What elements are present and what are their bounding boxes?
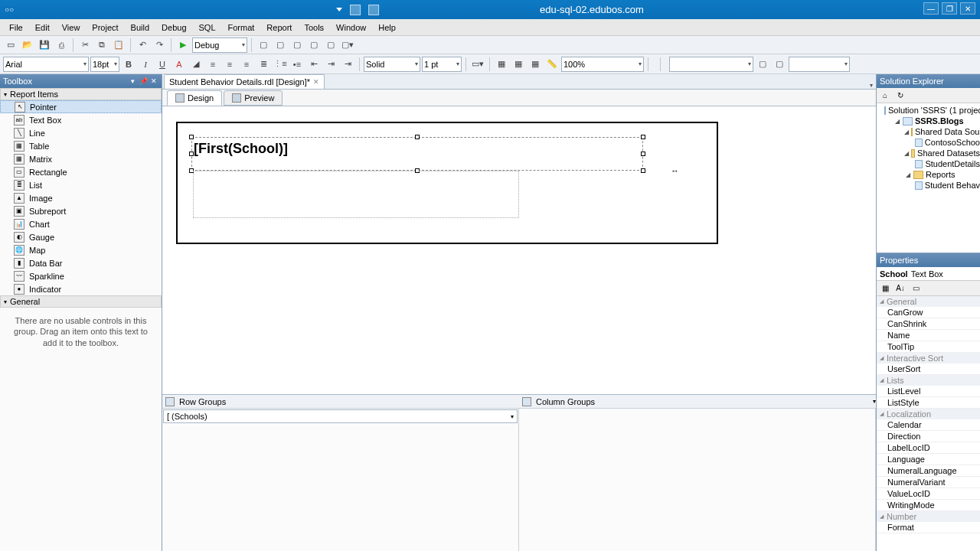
report-item[interactable]: Student Behav	[877, 180, 980, 191]
menu-report[interactable]: Report	[260, 21, 298, 34]
attach-icon[interactable]	[350, 5, 361, 15]
outdent-button[interactable]: ⇤	[306, 57, 322, 72]
bold-button[interactable]: B	[121, 57, 136, 72]
config-combo[interactable]: Debug▾	[192, 37, 247, 53]
tool-table[interactable]: ▦Table	[0, 139, 162, 152]
undo-button[interactable]: ↶	[135, 37, 150, 53]
tb-f[interactable]: ▢▾	[340, 37, 355, 53]
quick-launch-dropdown[interactable]	[336, 8, 342, 11]
tool-indicator[interactable]: ●Indicator	[0, 282, 162, 295]
tool-pointer[interactable]: ↖Pointer	[0, 100, 162, 113]
redo-button[interactable]: ↷	[152, 37, 167, 53]
menu-tools[interactable]: Tools	[298, 21, 330, 34]
align-left-button[interactable]: ≡	[205, 57, 220, 72]
cut-button[interactable]: ✂	[77, 37, 93, 53]
chart-icon[interactable]	[368, 5, 379, 15]
tool-matrix[interactable]: ▦Matrix	[0, 152, 162, 165]
report-body[interactable]: [First(School)] ↔	[176, 122, 718, 244]
paste-button[interactable]: 📋	[111, 37, 126, 53]
misc-2[interactable]: ▢	[772, 57, 787, 72]
split-button[interactable]: ▦	[511, 57, 526, 72]
properties-object[interactable]: SchoolText Box	[877, 267, 980, 281]
prop-cat-lists[interactable]: Lists	[877, 375, 980, 386]
zoom-combo[interactable]: 100%▾	[561, 57, 644, 72]
document-tab-dropdown[interactable]: ▾	[870, 82, 873, 89]
font-combo[interactable]: Arial▾	[3, 57, 89, 72]
tool-databar[interactable]: ▮Data Bar	[0, 256, 162, 269]
categorized-icon[interactable]: ▦	[878, 282, 892, 295]
tool-sparkline[interactable]: 〰Sparkline	[0, 269, 162, 282]
tb-e[interactable]: ▢	[323, 37, 338, 53]
prop-language[interactable]: Language	[877, 454, 980, 465]
menu-window[interactable]: Window	[330, 21, 372, 34]
empty-combo-2[interactable]: ▾	[789, 57, 850, 72]
shared-datasets-folder[interactable]: ◢Shared Datasets	[877, 148, 980, 158]
handle-se[interactable]	[641, 168, 645, 173]
prop-calendar[interactable]: Calendar	[877, 419, 980, 431]
empty-combo-1[interactable]: ▾	[669, 57, 753, 72]
menu-view[interactable]: View	[56, 21, 87, 34]
font-size-combo[interactable]: 18pt▾	[90, 57, 119, 72]
handle-nw[interactable]	[189, 135, 194, 139]
ruler-button[interactable]: 📏	[544, 57, 560, 72]
fore-color-button[interactable]: A	[172, 57, 187, 72]
prop-canshrink[interactable]: CanShrink	[877, 318, 980, 330]
category-report-items[interactable]: Report Items	[0, 88, 162, 100]
tool-gauge[interactable]: ◐Gauge	[0, 230, 162, 243]
indent2-button[interactable]: ⇥	[340, 57, 355, 72]
save-all-button[interactable]: ⎙	[54, 37, 69, 53]
misc-1[interactable]: ▢	[755, 57, 770, 72]
project-node[interactable]: ◢SSRS.Blogs	[877, 116, 980, 126]
back-color-button[interactable]: ◢	[188, 57, 204, 72]
prop-usersort[interactable]: UserSort	[877, 364, 980, 375]
save-button[interactable]: 💾	[37, 37, 52, 53]
menu-help[interactable]: Help	[372, 21, 402, 34]
numbered-list-button[interactable]: ⋮≡	[273, 57, 288, 72]
prop-format[interactable]: Format	[877, 522, 980, 533]
border-width-combo[interactable]: 1 pt▾	[422, 57, 462, 72]
prop-tooltip[interactable]: ToolTip	[877, 341, 980, 353]
prop-cat-number[interactable]: Number	[877, 511, 980, 522]
row-group-item[interactable]: [ (Schools)▾	[163, 409, 518, 423]
dataset-item[interactable]: StudentDetails	[877, 158, 980, 169]
prop-name[interactable]: Name	[877, 330, 980, 341]
prop-valuelocid[interactable]: ValueLocID	[877, 488, 980, 500]
tool-image[interactable]: ▲Image	[0, 191, 162, 204]
prop-pages-icon[interactable]: ▭	[909, 282, 923, 295]
layout-button[interactable]: ▦	[528, 57, 543, 72]
selected-textbox[interactable]: [First(School)]	[191, 137, 643, 171]
solution-node[interactable]: Solution 'SSRS' (1 project	[877, 105, 980, 116]
merge-button[interactable]: ▦	[494, 57, 509, 72]
menu-format[interactable]: Format	[222, 21, 261, 34]
reports-folder[interactable]: ◢Reports	[877, 169, 980, 180]
prop-direction[interactable]: Direction	[877, 431, 980, 442]
tool-map[interactable]: 🌐Map	[0, 243, 162, 256]
menu-edit[interactable]: Edit	[29, 21, 56, 34]
menu-debug[interactable]: Debug	[155, 21, 192, 34]
shared-data-sources-folder[interactable]: ◢Shared Data Sourc	[877, 126, 980, 137]
prop-cat-isort[interactable]: Interactive Sort	[877, 353, 980, 364]
justify-button[interactable]: ≣	[256, 57, 271, 72]
sol-refresh-icon[interactable]: ↻	[893, 90, 907, 102]
prop-liststyle[interactable]: ListStyle	[877, 397, 980, 409]
menu-build[interactable]: Build	[125, 21, 155, 34]
tool-textbox[interactable]: abText Box	[0, 113, 162, 126]
document-tab[interactable]: Student Behavior Details.rdl [Design]* ✕	[164, 74, 325, 89]
tab-design[interactable]: Design	[167, 90, 222, 106]
tb-b[interactable]: ▢	[273, 37, 288, 53]
design-surface[interactable]: [First(School)] ↔	[162, 106, 876, 394]
prop-writingmode[interactable]: WritingMode	[877, 500, 980, 511]
tab-preview[interactable]: Preview	[224, 90, 283, 106]
menu-sql[interactable]: SQL	[193, 21, 222, 34]
prop-cat-loc[interactable]: Localization	[877, 409, 980, 419]
prop-cangrow[interactable]: CanGrow	[877, 307, 980, 318]
italic-button[interactable]: I	[138, 57, 153, 72]
prop-numlang[interactable]: NumeralLanguage	[877, 465, 980, 477]
handle-ne[interactable]	[641, 135, 645, 139]
start-button[interactable]: ▶	[175, 37, 191, 53]
tb-c[interactable]: ▢	[289, 37, 305, 53]
indent-button[interactable]: ⇥	[323, 57, 338, 72]
pane-dropdown-icon[interactable]: ▾	[128, 77, 137, 86]
tool-subreport[interactable]: ▣Subreport	[0, 204, 162, 217]
minimize-button[interactable]: —	[923, 2, 939, 15]
